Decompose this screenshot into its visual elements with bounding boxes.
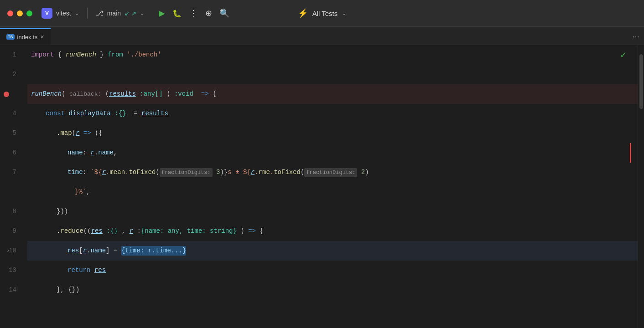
line-number-2: 2 <box>0 65 22 84</box>
line-number-14: 14 <box>0 280 22 300</box>
code-line-8: })) <box>27 202 638 221</box>
code-line-14: }, {}) <box>27 280 638 300</box>
titlebar: V vitest ⌄ ⎇ main ↙ ↗ ⌄ ⚡ All Tests ⌄ ▶ … <box>0 0 644 27</box>
close-button[interactable] <box>7 10 13 16</box>
code-line-9: .reduce (( res :{} , r : {name: any, tim… <box>27 221 638 241</box>
line-number-5: 5 <box>0 123 22 143</box>
traffic-lights <box>7 10 32 16</box>
tab-close-button[interactable]: ✕ <box>40 34 44 40</box>
app-name: vitest <box>56 10 71 17</box>
code-line-7b: }%` , <box>27 182 638 202</box>
add-collaborator-button[interactable]: ⊕ <box>205 8 212 18</box>
code-line-3: runBench ( callback: ( results :any[] ) … <box>27 84 638 104</box>
line-number-9: 9 <box>0 221 22 241</box>
branch-sync-icon: ↙ ↗ <box>125 10 136 17</box>
titlebar-actions: ▶ 🐛 ⋮ ⊕ 🔍 <box>159 8 229 19</box>
scrollbar-thumb[interactable] <box>639 54 643 109</box>
tabbar: TS index.ts ✕ ⋯ <box>0 27 644 45</box>
tab-more-button[interactable]: ⋯ <box>632 32 639 45</box>
tab-filename: index.ts <box>17 34 38 41</box>
all-tests-chevron-icon: ⌄ <box>342 10 346 16</box>
app-selector[interactable]: V vitest ⌄ <box>42 8 79 19</box>
branch-selector[interactable]: ⎇ main ↙ ↗ ⌄ <box>96 9 144 17</box>
tab-index-ts[interactable]: TS index.ts ✕ <box>0 28 51 45</box>
code-line-6: name : r . name , <box>27 143 638 163</box>
line-number-7: 7 <box>0 163 22 182</box>
run-button[interactable]: ▶ <box>159 8 165 18</box>
lightning-icon: ⚡ <box>298 8 308 18</box>
gutter-error-line <box>630 143 631 163</box>
more-options-button[interactable]: ⋮ <box>189 8 198 19</box>
code-line-13: return res <box>27 261 638 280</box>
maximize-button[interactable] <box>26 10 32 16</box>
code-line-4: const displayData :{} = results <box>27 104 638 123</box>
scrollbar[interactable] <box>638 45 644 328</box>
branch-chevron-icon: ⌄ <box>140 10 144 16</box>
code-line-10: res [ r . name ] = {time: r.time...} <box>27 241 638 261</box>
line-number-4: 4 <box>0 104 22 123</box>
all-tests-section: ⚡ All Tests ⌄ <box>298 8 347 18</box>
minimize-button[interactable] <box>17 10 23 16</box>
ts-badge: TS <box>6 34 15 40</box>
code-area[interactable]: import { runBench } from './bench' runBe… <box>27 45 638 328</box>
line-numbers: 1 2 4 5 6 7 8 9 › 10 13 14 <box>0 45 27 328</box>
code-line-2 <box>27 65 638 84</box>
line-number-7b <box>0 182 22 202</box>
separator-1 <box>87 8 88 19</box>
branch-icon: ⎇ <box>96 9 104 17</box>
code-line-1: import { runBench } from './bench' <box>27 45 638 65</box>
app-chevron-icon: ⌄ <box>75 10 79 16</box>
line-number-6: 6 <box>0 143 22 163</box>
app-icon: V <box>42 8 52 19</box>
line-number-8: 8 <box>0 202 22 221</box>
editor: 1 2 4 5 6 7 8 9 › 10 13 14 import { runB… <box>0 45 644 328</box>
error-dot-3 <box>4 92 9 97</box>
code-line-7: time : `${ r . mean . toFixed ( fraction… <box>27 163 638 182</box>
line-number-10: › 10 <box>0 241 22 261</box>
all-tests-label: All Tests <box>312 10 338 17</box>
search-button[interactable]: 🔍 <box>219 8 229 18</box>
code-line-5: .map ( r => ({ <box>27 123 638 143</box>
arrow-indicator-10: › <box>6 247 10 255</box>
line-number-3 <box>0 84 22 104</box>
branch-name: main <box>107 10 121 17</box>
keyword-import: import <box>31 50 54 60</box>
keyword-from: from <box>108 50 123 60</box>
line-number-13: 13 <box>0 261 22 280</box>
line-number-1: 1 <box>0 45 22 65</box>
debug-button[interactable]: 🐛 <box>172 9 182 18</box>
gutter-checkmark: ✓ <box>620 45 627 65</box>
